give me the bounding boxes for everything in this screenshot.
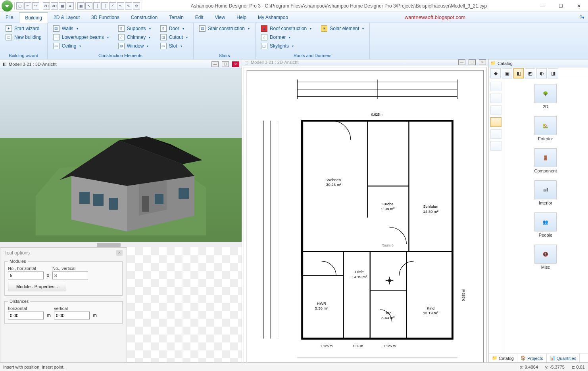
tab-edit[interactable]: Edit xyxy=(190,12,209,23)
catalog-item-misc[interactable]: 🚷Misc xyxy=(534,245,557,270)
catalog-cat-2[interactable] xyxy=(490,94,502,103)
horizontal-scrollbar[interactable] xyxy=(0,242,242,247)
paint-icon[interactable]: ✎ xyxy=(125,2,132,10)
pointer-icon[interactable]: ↖ xyxy=(85,2,92,10)
undo-icon[interactable]: ↶ xyxy=(24,2,31,10)
beams-button[interactable]: ═Lower/upper beams▾ xyxy=(52,33,110,41)
catalog-tool-5[interactable]: ◐ xyxy=(536,68,547,78)
workspace: ◧ Modell 3-21 : 3D-Ansicht — ☐ ✕ xyxy=(0,59,588,362)
view-3d-icon[interactable]: 3D xyxy=(51,2,58,10)
window-button[interactable]: ⊞Window▾ xyxy=(117,42,152,50)
middle-column: ▢ Modell 3-21 : 2D-Ansicht — ☐ ✕ xyxy=(242,59,489,362)
view-3d-icon: ◧ xyxy=(2,61,6,67)
tab-2d-layout[interactable]: 2D & Layout xyxy=(48,12,86,23)
svg-rect-12 xyxy=(142,196,149,212)
no-vertical-input[interactable] xyxy=(52,272,88,279)
stair-construction-button[interactable]: ▤Stair construction▾ xyxy=(198,25,251,33)
catalog-tool-3[interactable]: ◧ xyxy=(513,68,524,78)
wall-icon: ▤ xyxy=(53,25,60,32)
catalog-tool-6[interactable]: ◨ xyxy=(548,68,558,78)
group-title: Roofs and Dormers xyxy=(259,52,365,59)
cutout-button[interactable]: ◫Cutout▾ xyxy=(159,33,189,41)
catalog-item-2d[interactable]: 🌳2D xyxy=(534,84,557,109)
status-coords: x: 9.4064 y: -5.3775 z: 0.01 xyxy=(520,365,585,369)
catalog-cat-4[interactable] xyxy=(490,117,502,127)
child-minimize-button[interactable]: — xyxy=(458,59,465,65)
maximize-button[interactable]: ☐ xyxy=(551,0,570,12)
start-wizard-button[interactable]: ✦Start wizard xyxy=(4,25,43,33)
catalog-item-interior[interactable]: 🛋Interior xyxy=(534,180,557,205)
child-maximize-button[interactable]: ☐ xyxy=(222,61,229,67)
view-3d-canvas[interactable] xyxy=(0,69,242,242)
view-2d-canvas[interactable]: Wohnen 30.26 m² Küche 9.08 m² Schlafen 1… xyxy=(244,67,487,371)
snap-icon[interactable]: ▦ xyxy=(77,2,85,10)
app-menu-button[interactable] xyxy=(2,0,13,11)
solar-element-button[interactable]: ☀Solar element▾ xyxy=(319,25,365,33)
skylights-button[interactable]: ◫Skylights▾ xyxy=(259,42,313,50)
new-icon[interactable]: ▢ xyxy=(16,2,23,10)
minimize-button[interactable]: — xyxy=(533,0,551,12)
view-2d-titlebar: ▢ Modell 3-21 : 2D-Ansicht — ☐ ✕ xyxy=(242,59,488,65)
close-button[interactable]: ✕ xyxy=(570,0,588,12)
pointer2-icon[interactable]: ↖ xyxy=(117,2,124,10)
catalog-tool-2[interactable]: ▣ xyxy=(502,68,512,78)
child-minimize-button[interactable]: — xyxy=(211,61,219,67)
catalog-items: 🌳2D 🏡Exterior 🚪Component 🛋Interior 👥Peop… xyxy=(503,79,588,354)
list-icon[interactable]: ≡ xyxy=(67,2,74,10)
horizontal-input[interactable] xyxy=(8,312,44,319)
catalog-tab-quantities[interactable]: 📊Quantities xyxy=(547,354,580,362)
new-building-button[interactable]: ▢New building xyxy=(4,33,43,41)
child-close-button[interactable]: ✕ xyxy=(479,59,486,65)
chimney-button[interactable]: ⌂Chimney▾ xyxy=(117,33,152,41)
no-horizontal-input[interactable] xyxy=(8,272,44,279)
dormer-button[interactable]: ⌂Dormer▾ xyxy=(259,33,313,41)
tool-options-close-button[interactable]: × xyxy=(116,250,123,256)
tab-file[interactable]: File xyxy=(0,12,19,23)
catalog-cat-1[interactable] xyxy=(490,82,502,91)
tab-my-ashampoo[interactable]: My Ashampoo xyxy=(252,12,294,23)
slot-button[interactable]: ▭Slot▾ xyxy=(159,42,189,50)
vertical-input[interactable] xyxy=(54,312,90,319)
catalog-tab-projects[interactable]: 🏠Projects xyxy=(517,354,547,362)
walls-button[interactable]: ▤Walls▾ xyxy=(52,25,110,33)
tab-view[interactable]: View xyxy=(209,12,231,23)
catalog-item-people[interactable]: 👥People xyxy=(534,212,557,237)
grid-icon[interactable]: ▦ xyxy=(59,2,66,10)
beam-icon: ═ xyxy=(53,34,60,40)
tab-building[interactable]: Building xyxy=(19,12,48,23)
redo-icon[interactable]: ↷ xyxy=(32,2,39,10)
door-button[interactable]: ▯Door▾ xyxy=(159,25,189,33)
roof-construction-button[interactable]: ▲Roof construction▾ xyxy=(259,25,313,33)
tab-help[interactable]: Help xyxy=(231,12,252,23)
ruler-icon[interactable]: ┃ xyxy=(93,2,100,10)
status-y: y: -5.3775 xyxy=(545,365,565,369)
settings-icon[interactable]: ⚙ xyxy=(133,2,140,10)
child-close-button[interactable]: ✕ xyxy=(232,61,239,67)
catalog-panel: 📁 Catalog ◆ ▣ ◧ ◩ ◐ ◨ 🌳2D 🏡Exterior xyxy=(489,59,588,362)
view-2d-icon[interactable]: 2D xyxy=(43,2,50,10)
separator xyxy=(14,2,15,10)
ribbon: ✦Start wizard ▢New building Building wiz… xyxy=(0,23,588,59)
catalog-tab-catalog[interactable]: 📁Catalog xyxy=(489,354,517,362)
catalog-tool-4[interactable]: ◩ xyxy=(525,68,535,78)
x-label: x xyxy=(47,273,49,278)
separator xyxy=(41,2,41,10)
catalog-cat-3[interactable] xyxy=(490,105,502,115)
angle-icon[interactable]: ∠ xyxy=(109,2,116,10)
tab-3d-functions[interactable]: 3D Functions xyxy=(86,12,125,23)
catalog-item-exterior[interactable]: 🏡Exterior xyxy=(534,116,557,141)
catalog-cat-5[interactable] xyxy=(490,129,502,139)
tab-construction[interactable]: Construction xyxy=(125,12,163,23)
help-icon[interactable]: ?▾ xyxy=(576,12,588,23)
tool-options-title: Tool options xyxy=(4,250,30,256)
modules-legend: Modules xyxy=(8,259,28,264)
child-maximize-button[interactable]: ☐ xyxy=(469,59,476,65)
tab-terrain[interactable]: Terrain xyxy=(163,12,190,23)
ruler2-icon[interactable]: ┋ xyxy=(101,2,108,10)
catalog-tool-1[interactable]: ◆ xyxy=(490,68,501,78)
catalog-item-component[interactable]: 🚪Component xyxy=(534,148,557,173)
ceiling-button[interactable]: ▭Ceiling▾ xyxy=(52,42,110,50)
supports-button[interactable]: ▯Supports▾ xyxy=(117,25,152,33)
module-properties-button[interactable]: Module - Properties... xyxy=(8,282,66,291)
catalog-cat-6[interactable] xyxy=(490,141,502,151)
